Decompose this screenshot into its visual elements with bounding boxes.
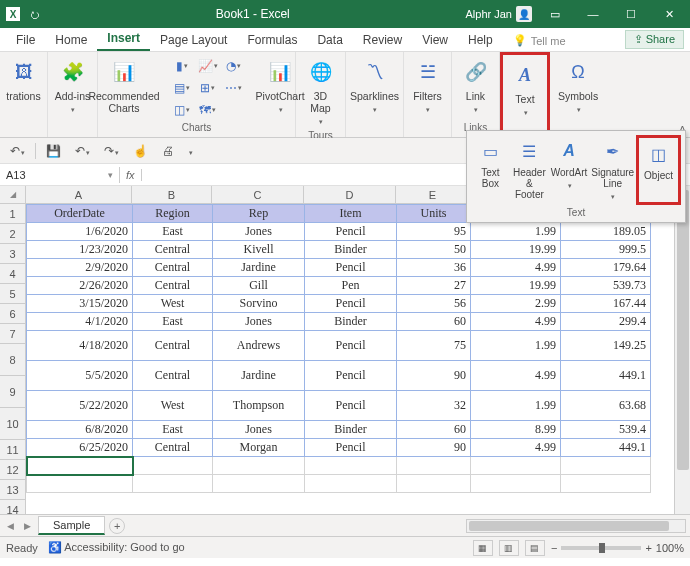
filters-button[interactable]: ☱Filters bbox=[404, 54, 452, 118]
tab-formulas[interactable]: Formulas bbox=[237, 29, 307, 51]
cell[interactable]: 3/15/2020 bbox=[27, 295, 133, 313]
cell[interactable]: 60 bbox=[397, 313, 471, 331]
normal-view-button[interactable]: ▦ bbox=[473, 540, 493, 556]
cell[interactable]: Pencil bbox=[305, 295, 397, 313]
cell[interactable]: 6/8/2020 bbox=[27, 421, 133, 439]
cell[interactable] bbox=[471, 475, 561, 493]
col-header-A[interactable]: A bbox=[26, 186, 132, 204]
cell[interactable]: 179.64 bbox=[561, 259, 651, 277]
cell[interactable]: 32 bbox=[397, 391, 471, 421]
cell[interactable]: Binder bbox=[305, 313, 397, 331]
qat-more[interactable] bbox=[184, 142, 197, 160]
row-header[interactable]: 2 bbox=[0, 224, 26, 244]
tab-view[interactable]: View bbox=[412, 29, 458, 51]
cell[interactable]: 1.99 bbox=[471, 223, 561, 241]
cell[interactable]: 75 bbox=[397, 331, 471, 361]
column-chart-button[interactable]: ▮ bbox=[170, 56, 194, 76]
cell[interactable]: West bbox=[133, 295, 213, 313]
row-header[interactable]: 1 bbox=[0, 204, 26, 224]
cell[interactable]: 539.4 bbox=[561, 421, 651, 439]
cell[interactable]: 189.05 bbox=[561, 223, 651, 241]
cell[interactable]: 19.99 bbox=[471, 241, 561, 259]
cell[interactable]: 4.99 bbox=[471, 439, 561, 457]
autosave-icon[interactable]: ⭮ bbox=[30, 9, 40, 20]
qat-save[interactable]: 💾 bbox=[42, 142, 65, 160]
cell[interactable]: 2/9/2020 bbox=[27, 259, 133, 277]
zoom-out-button[interactable]: − bbox=[551, 542, 557, 554]
cell[interactable]: 167.44 bbox=[561, 295, 651, 313]
cell[interactable]: Central bbox=[133, 241, 213, 259]
cell[interactable]: 5/22/2020 bbox=[27, 391, 133, 421]
cell[interactable]: Jones bbox=[213, 421, 305, 439]
map-chart-button[interactable]: 🗺 bbox=[196, 100, 220, 120]
cell[interactable]: Pen bbox=[305, 277, 397, 295]
textbox-button[interactable]: ▭Text Box bbox=[471, 135, 510, 205]
select-all-corner[interactable] bbox=[0, 186, 26, 204]
cell[interactable]: 5/5/2020 bbox=[27, 361, 133, 391]
cell[interactable]: Jardine bbox=[213, 259, 305, 277]
share-button[interactable]: ⇪ Share bbox=[625, 30, 684, 49]
ribbon-options-button[interactable]: ▭ bbox=[540, 4, 570, 24]
sheet-tab-sample[interactable]: Sample bbox=[38, 516, 105, 535]
cell[interactable]: 299.4 bbox=[561, 313, 651, 331]
symbols-button[interactable]: ΩSymbols bbox=[552, 54, 604, 118]
qat-redo[interactable]: ↷ bbox=[100, 142, 123, 160]
cell[interactable]: Central bbox=[133, 361, 213, 391]
cell[interactable]: 2/26/2020 bbox=[27, 277, 133, 295]
cell[interactable]: 90 bbox=[397, 439, 471, 457]
cell[interactable]: Binder bbox=[305, 421, 397, 439]
tab-data[interactable]: Data bbox=[307, 29, 352, 51]
accessibility-status[interactable]: ♿ Accessibility: Good to go bbox=[48, 541, 185, 554]
cell[interactable] bbox=[561, 457, 651, 475]
cell[interactable]: Binder bbox=[305, 241, 397, 259]
col-header-B[interactable]: B bbox=[132, 186, 212, 204]
cell[interactable]: 1.99 bbox=[471, 391, 561, 421]
cell[interactable]: Morgan bbox=[213, 439, 305, 457]
cell[interactable] bbox=[27, 457, 133, 475]
cell[interactable]: Central bbox=[133, 277, 213, 295]
maximize-button[interactable]: ☐ bbox=[616, 4, 646, 24]
col-header-C[interactable]: C bbox=[212, 186, 304, 204]
cell[interactable] bbox=[561, 475, 651, 493]
cell[interactable]: 95 bbox=[397, 223, 471, 241]
cell[interactable] bbox=[27, 475, 133, 493]
pie-chart-button[interactable]: ◔ bbox=[222, 56, 246, 76]
tab-page-layout[interactable]: Page Layout bbox=[150, 29, 237, 51]
cell[interactable]: East bbox=[133, 223, 213, 241]
cell[interactable]: Central bbox=[133, 259, 213, 277]
horizontal-scrollbar[interactable] bbox=[466, 519, 686, 533]
row-header[interactable]: 3 bbox=[0, 244, 26, 264]
vertical-scrollbar[interactable] bbox=[674, 186, 690, 514]
tab-file[interactable]: File bbox=[6, 29, 45, 51]
cell[interactable]: 4.99 bbox=[471, 259, 561, 277]
cells[interactable]: OrderDateRegionRepItemUnitsUnitCostTotal… bbox=[26, 204, 651, 514]
cell[interactable]: Andrews bbox=[213, 331, 305, 361]
tab-help[interactable]: Help bbox=[458, 29, 503, 51]
cell[interactable]: Central bbox=[133, 439, 213, 457]
qat-touch[interactable]: ☝ bbox=[129, 142, 152, 160]
row-header[interactable]: 13 bbox=[0, 480, 26, 500]
cell[interactable]: 90 bbox=[397, 361, 471, 391]
cell[interactable]: Kivell bbox=[213, 241, 305, 259]
cell[interactable]: Jardine bbox=[213, 361, 305, 391]
cell[interactable]: 60 bbox=[397, 421, 471, 439]
tell-me[interactable]: 💡Tell me bbox=[503, 30, 576, 51]
cell[interactable]: 27 bbox=[397, 277, 471, 295]
cell[interactable]: Pencil bbox=[305, 331, 397, 361]
close-button[interactable]: ✕ bbox=[654, 4, 684, 24]
illustrations-button[interactable]: 🖼trations bbox=[0, 54, 48, 106]
cell[interactable]: 6/25/2020 bbox=[27, 439, 133, 457]
cell[interactable]: 63.68 bbox=[561, 391, 651, 421]
cell[interactable]: East bbox=[133, 421, 213, 439]
row-header[interactable]: 5 bbox=[0, 284, 26, 304]
statistic-chart-button[interactable]: ⊞ bbox=[196, 78, 220, 98]
cell[interactable] bbox=[397, 475, 471, 493]
header-cell[interactable]: Rep bbox=[213, 205, 305, 223]
row-header[interactable]: 12 bbox=[0, 460, 26, 480]
cell[interactable]: 1/23/2020 bbox=[27, 241, 133, 259]
row-header[interactable]: 8 bbox=[0, 344, 26, 376]
link-button[interactable]: 🔗Link bbox=[452, 54, 500, 118]
tab-nav-next[interactable]: ▶ bbox=[21, 521, 34, 531]
tab-nav-prev[interactable]: ◀ bbox=[4, 521, 17, 531]
cell[interactable]: Central bbox=[133, 331, 213, 361]
